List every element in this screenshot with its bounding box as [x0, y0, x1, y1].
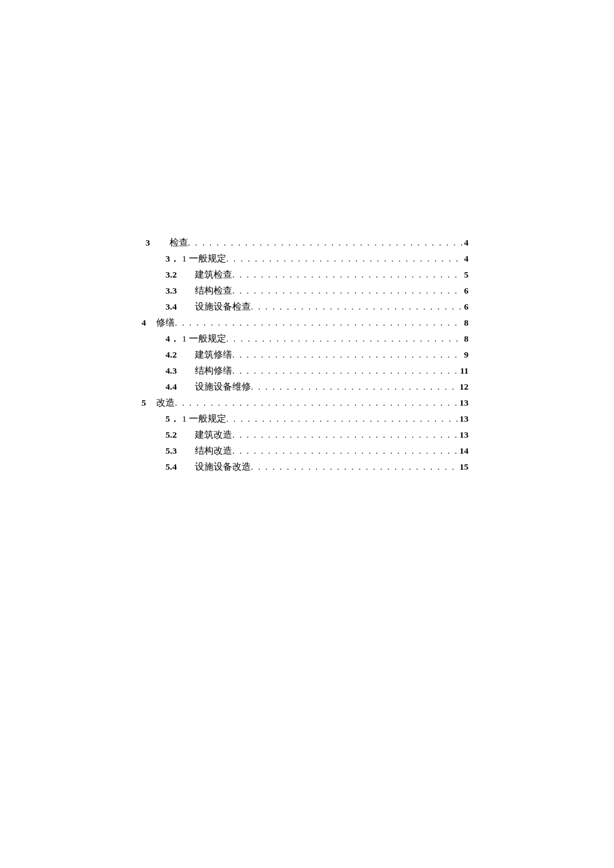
toc-dots	[232, 427, 458, 443]
toc-entry: 4 修缮 8	[141, 315, 469, 331]
toc-page-num: 11	[458, 363, 469, 379]
toc-entry: 4.2建筑修缮 9	[145, 347, 469, 363]
toc-page-num: 13	[458, 427, 469, 443]
toc-entry: 4.4设施设备维修 12	[145, 379, 469, 395]
toc-entry: 5.2建筑改造 13	[145, 427, 469, 443]
toc-entry: 3．1 一般规定 4	[145, 251, 469, 267]
toc-title: 1 一般规定	[182, 251, 226, 267]
toc-page-num: 12	[458, 379, 469, 395]
toc-page-num: 14	[458, 443, 469, 459]
toc-entry: 3 检查 4	[145, 235, 469, 251]
toc-num: 3	[145, 235, 159, 251]
toc-title: 建筑修缮	[195, 347, 232, 363]
toc-entry: 4．1 一般规定 8	[145, 331, 469, 347]
toc-page-num: 13	[458, 411, 469, 427]
toc-page-num: 13	[458, 395, 469, 411]
toc-title: 设施设备检查	[195, 299, 251, 315]
toc-title: 检查	[160, 235, 188, 251]
toc-title: 改造	[156, 395, 175, 411]
toc-title: 设施设备维修	[195, 379, 251, 395]
toc-page-num: 6	[463, 283, 469, 299]
toc-page-num: 5	[463, 267, 469, 283]
toc-page-num: 4	[463, 235, 469, 251]
toc-page: 3 检查 43．1 一般规定 43.2建筑检查 53.3结构检查 63.4设施设…	[0, 0, 614, 475]
toc-dots	[226, 251, 463, 267]
toc-num: 5	[141, 395, 155, 411]
toc-page-num: 15	[458, 459, 469, 475]
toc-dots	[232, 347, 463, 363]
toc-page-num: 6	[463, 299, 469, 315]
toc-title: 修缮	[156, 315, 175, 331]
toc-num: 3．	[166, 251, 180, 267]
toc-dots	[188, 235, 463, 251]
toc-entry: 5．1 一般规定 13	[145, 411, 469, 427]
toc-entry: 4.3结构修缮 11	[145, 363, 469, 379]
toc-num: 5.4	[166, 459, 186, 475]
toc-num: 4．	[166, 331, 180, 347]
toc-num: 4.4	[166, 379, 186, 395]
toc-entry: 3.3结构检查 6	[145, 283, 469, 299]
toc-num: 5．	[166, 411, 180, 427]
toc-num: 3.2	[166, 267, 186, 283]
toc-page-num: 8	[463, 331, 469, 347]
toc-dots	[232, 283, 463, 299]
toc-title: 结构修缮	[195, 363, 232, 379]
toc-page-num: 9	[463, 347, 469, 363]
toc-entry: 5.3结构改造 14	[145, 443, 469, 459]
toc-dots	[175, 315, 463, 331]
toc-dots	[175, 395, 458, 411]
toc-title: 设施设备改造	[195, 459, 251, 475]
toc-page-num: 8	[463, 315, 469, 331]
toc-num: 4.2	[166, 347, 186, 363]
toc-num: 4	[141, 315, 155, 331]
toc-entry: 5.4设施设备改造 15	[145, 459, 469, 475]
toc-dots	[251, 459, 458, 475]
toc-num: 5.3	[166, 443, 186, 459]
toc-num: 4.3	[166, 363, 186, 379]
toc-title: 1 一般规定	[182, 331, 226, 347]
toc-title: 结构改造	[195, 443, 232, 459]
toc-page-num: 4	[463, 251, 469, 267]
toc-entry: 3.4设施设备检查 6	[145, 299, 469, 315]
toc-dots	[226, 411, 458, 427]
toc-title: 1 一般规定	[182, 411, 226, 427]
toc-num: 3.3	[166, 283, 186, 299]
toc-num: 5.2	[166, 427, 186, 443]
toc-dots	[251, 379, 458, 395]
toc-entry: 3.2建筑检查 5	[145, 267, 469, 283]
toc-dots	[232, 363, 458, 379]
toc-dots	[232, 267, 463, 283]
toc-title: 建筑检查	[195, 267, 232, 283]
toc-dots	[232, 443, 458, 459]
toc-title: 结构检查	[195, 283, 232, 299]
toc-title: 建筑改造	[195, 427, 232, 443]
toc-num: 3.4	[166, 299, 186, 315]
toc-dots	[226, 331, 463, 347]
toc-dots	[251, 299, 463, 315]
toc-list: 3 检查 43．1 一般规定 43.2建筑检查 53.3结构检查 63.4设施设…	[145, 235, 469, 475]
toc-entry: 5 改造 13	[141, 395, 469, 411]
